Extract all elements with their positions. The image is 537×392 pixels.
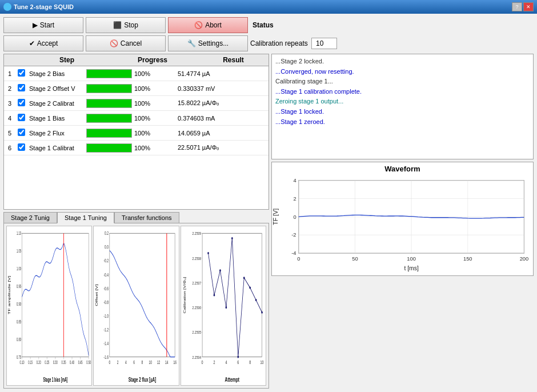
cal-repeats-input[interactable] (311, 38, 337, 49)
progress-bar-bg (86, 114, 132, 123)
svg-text:0.85: 0.85 (17, 319, 21, 324)
col-step: Step (27, 55, 107, 65)
svg-point-96 (243, 277, 245, 279)
status-content: ...Stage 2 locked....Converged, now rese… (272, 54, 533, 159)
svg-point-94 (231, 237, 233, 239)
row-result: 15.8022 µA/Φ₀ (175, 99, 268, 107)
progress-bar-bg (86, 69, 132, 78)
row-check[interactable] (15, 69, 27, 78)
row-result: 22.5071 µA/Φ₀ (175, 144, 268, 151)
row-pct: 100% (134, 115, 155, 122)
waveform-panel: Waveform 050100150200420-2-4t [ms]TF [V] (271, 162, 534, 276)
row-num: 4 (4, 115, 15, 122)
svg-point-92 (219, 269, 221, 271)
progress-bar-bg (86, 129, 132, 138)
progress-bar-fill (87, 129, 131, 137)
row-progress: 100% (84, 114, 175, 123)
row-num: 3 (4, 100, 15, 107)
waveform-title: Waveform (272, 162, 533, 174)
toolbar-row2: ✔ Accept 🚫 Cancel 🔧 Settings... Calibrat… (3, 35, 534, 51)
plots-container: 0.100.150.200.250.300.350.400.450.500.75… (3, 223, 269, 389)
status-line: Calibrating stage 1... (275, 77, 530, 87)
table-row: 6 Stage 1 Calibrat 100% 22.5071 µA/Φ₀ (4, 141, 268, 155)
plot-tf-amplitude: 0.100.150.200.250.300.350.400.450.500.75… (6, 226, 92, 386)
row-check[interactable] (15, 143, 27, 152)
row-check[interactable] (15, 99, 27, 107)
tab-stage2tuning[interactable]: Stage 2 Tunig (3, 212, 57, 223)
row-pct: 100% (134, 70, 155, 77)
svg-text:0: 0 (297, 255, 300, 262)
svg-text:0: 0 (201, 360, 203, 365)
status-line: ...Stage 1 zeroed. (275, 117, 530, 127)
svg-text:Calibration [V/Φ₀]: Calibration [V/Φ₀] (183, 277, 186, 313)
settings-icon: 🔧 (187, 39, 196, 47)
tab-transferfunctions[interactable]: Transfer functions (114, 212, 179, 223)
progress-bar-bg (86, 99, 132, 108)
svg-text:t [ms]: t [ms] (404, 265, 418, 271)
row-num: 6 (4, 145, 15, 151)
stop-button[interactable]: ⬛ Stop (86, 17, 166, 33)
status-line: ...Converged, now resetting. (275, 67, 530, 77)
calibration-repeats-row: Calibration repeats (250, 38, 337, 49)
abort-icon: 🚫 (194, 21, 203, 29)
svg-text:-1.0: -1.0 (104, 313, 109, 318)
row-step: Stage 2 Flux (27, 130, 84, 137)
tab-stage1tuning[interactable]: Stage 1 Tuning (57, 212, 114, 223)
row-check[interactable] (15, 129, 27, 137)
settings-button[interactable]: 🔧 Settings... (168, 35, 248, 51)
svg-point-95 (237, 356, 239, 358)
row-step: Stage 1 Bias (27, 115, 84, 122)
table-row: 3 Stage 2 Calibrat 100% 15.8022 µA/Φ₀ (4, 96, 268, 111)
table-row: 5 Stage 2 Flux 100% 14.0659 µA (4, 126, 268, 141)
row-result: 51.4774 µA (175, 70, 268, 77)
svg-text:0.30: 0.30 (53, 359, 58, 365)
row-progress: 100% (84, 99, 175, 108)
abort-button[interactable]: 🚫 Abort (168, 17, 248, 33)
minimize-button[interactable]: ? (512, 2, 522, 11)
svg-point-93 (225, 306, 227, 309)
row-progress: 100% (84, 143, 175, 153)
col-result: Result (198, 55, 268, 65)
row-step: Stage 2 Calibrat (27, 100, 84, 107)
svg-text:0.75: 0.75 (17, 354, 21, 359)
row-num: 5 (4, 130, 15, 137)
row-step: Stage 1 Calibrat (27, 145, 84, 151)
status-line: ...Stage 2 locked. (275, 57, 530, 67)
left-panel: Step Progress Result 1 Stage 2 Bias 100%… (3, 54, 269, 389)
svg-text:10: 10 (149, 360, 153, 365)
row-progress: 100% (84, 84, 175, 93)
svg-text:100: 100 (407, 255, 416, 262)
plot-calibration: 02468102.25092.25082.25072.25062.25052.2… (181, 226, 266, 386)
progress-bar-fill (87, 114, 131, 122)
svg-text:2.2506: 2.2506 (192, 305, 201, 310)
row-check[interactable] (15, 84, 27, 93)
table-row: 2 Stage 2 Offset V 100% 0.330337 mV (4, 81, 268, 96)
progress-bar-fill (87, 144, 131, 152)
svg-text:2: 2 (213, 360, 215, 365)
svg-text:0: 0 (293, 213, 296, 219)
svg-text:16: 16 (174, 360, 177, 365)
svg-text:0.10: 0.10 (20, 359, 25, 365)
table-header: Step Progress Result (4, 54, 268, 66)
svg-text:0.45: 0.45 (78, 359, 83, 365)
cancel-button[interactable]: 🚫 Cancel (86, 35, 166, 51)
row-step: Stage 2 Bias (27, 70, 84, 77)
row-check[interactable] (15, 114, 27, 122)
svg-text:-1.2: -1.2 (104, 327, 109, 331)
svg-text:2.2504: 2.2504 (192, 355, 201, 359)
start-button[interactable]: ▶ Start (3, 17, 83, 33)
status-panel: ...Stage 2 locked....Converged, now rese… (271, 54, 534, 159)
svg-text:0.35: 0.35 (62, 359, 66, 365)
status-line: Zeroing stage 1 output... (275, 97, 530, 107)
toolbar-row1: ▶ Start ⬛ Stop 🚫 Abort Status (3, 17, 534, 33)
close-button[interactable]: ✕ (523, 2, 534, 11)
svg-text:150: 150 (463, 255, 472, 262)
svg-text:8: 8 (142, 360, 143, 365)
svg-text:-1.6: -1.6 (104, 354, 109, 359)
accept-button[interactable]: ✔ Accept (3, 35, 83, 51)
progress-bar-fill (87, 70, 131, 78)
row-progress: 100% (84, 129, 175, 138)
stop-icon: ⬛ (113, 21, 122, 29)
svg-text:6: 6 (134, 360, 135, 365)
title-bar: Tune 2-stage SQUID ? ✕ (0, 0, 537, 14)
